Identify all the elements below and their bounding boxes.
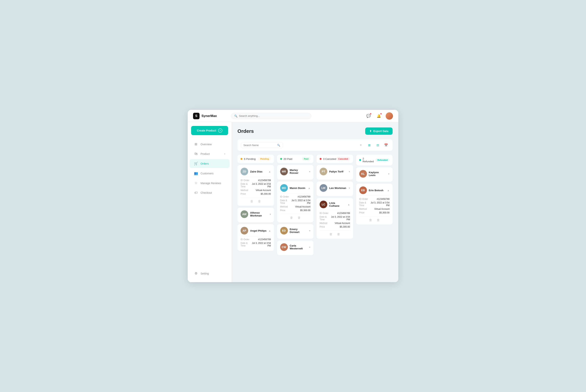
sidebar-item-customers[interactable]: 👥 Customers (190, 169, 230, 178)
reviews-icon: ☆ (194, 181, 198, 185)
search-icon: 🔍 (277, 144, 280, 146)
delete-button-erin-botosh[interactable]: 🗑 (377, 218, 380, 222)
order-card-header-emery-dorwart: ED Emery Dorwart ▾ (280, 227, 311, 234)
order-card-header-leo-workman: LW Leo Workman ▾ (320, 184, 350, 192)
method-value: Virtual Account (295, 206, 310, 208)
sidebar-item-overview-label: Overview (201, 143, 212, 146)
grid-view-button[interactable]: ⊞ (366, 142, 372, 148)
status-dot-pending (241, 158, 242, 160)
expand-button-livia-culhane[interactable]: ▲ (348, 203, 350, 206)
messages-button[interactable]: 💬 (365, 112, 372, 120)
date-time-row: Date & TimeJul 3, 2022 at 3:54 PM (320, 216, 350, 221)
method-label: Method (320, 222, 327, 224)
delete-button-livia-culhane[interactable]: 🗑 (337, 232, 340, 236)
id-order-value: #123456789 (337, 212, 350, 214)
price-label: Price (241, 192, 246, 195)
order-name-leo-workman: Leo Workman (329, 186, 347, 190)
date-time-label: Date & Time (359, 201, 370, 207)
avatar-kaylynn-levin: KL (359, 170, 367, 178)
expand-button-maren-donin[interactable]: ▲ (308, 186, 310, 190)
avatar-angel-philips: AP (241, 227, 248, 234)
delete-button-zaire-dias[interactable]: 🗑 (258, 200, 261, 203)
expand-button-erin-botosh[interactable]: ▲ (387, 189, 389, 192)
price-value: $5,300.00 (340, 226, 350, 228)
logo-text: SynerMax (202, 114, 217, 118)
search-icon: 🔍 (234, 114, 237, 118)
avatar-image (386, 112, 393, 120)
edit-button-livia-culhane[interactable]: 🗑 (329, 232, 332, 236)
order-card-paityn-torff: PT Paityn Torff ▾ (317, 165, 353, 180)
method-row: MethodVirtual Account (280, 206, 311, 208)
order-card-emery-dorwart: ED Emery Dorwart ▾ (277, 224, 314, 239)
status-pill-canceled: Canceled (336, 157, 350, 160)
date-time-row: Date & TimeJul 3, 2022 at 3:54 PM (359, 201, 390, 207)
order-card-marley-rosser: MR Marley Rosser ▾ (277, 165, 314, 180)
column-header-refunded: 2 Refunded Refunded (356, 155, 393, 166)
status-dot-paid (280, 158, 282, 160)
date-time-value: Jul 3, 2022 at 3:54 PM (370, 201, 389, 207)
export-data-button[interactable]: ⬆ Export Data (365, 128, 393, 135)
orders-toolbar: 🔍 ≡ ⊞ ⊟ 📅 (237, 139, 393, 151)
date-time-row: Date & TimeJul 3, 2022 at 3:54 PM (280, 199, 311, 204)
order-card-angel-philips: AP Angel Philips ▲ ID Order#123456789Dat… (237, 224, 274, 251)
column-count-pending: 6 Pending (244, 158, 256, 160)
expand-button-angel-philips[interactable]: ▲ (268, 229, 271, 232)
search-name-input[interactable] (243, 144, 276, 146)
order-name-maren-donin: Maren Donin (290, 186, 306, 190)
order-card-header-alfonso-workman: AW Alfonso Workman ▾ (241, 210, 271, 218)
calendar-view-button[interactable]: 📅 (383, 142, 389, 148)
sidebar-item-product[interactable]: 🛍 Product ▾ (190, 150, 230, 158)
edit-button-maren-donin[interactable]: 🗑 (290, 216, 293, 220)
date-time-row: Date & TimeJul 3, 2022 at 3:54 PM (241, 242, 271, 247)
price-row: Price$5,300.00 (320, 226, 350, 228)
expand-button-carla-westervelt[interactable]: ▾ (309, 246, 310, 249)
expand-button-alfonso-workman[interactable]: ▾ (270, 213, 271, 216)
logo-icon: S (193, 113, 200, 119)
expand-button-kaylynn-levin[interactable]: ▾ (388, 172, 389, 175)
avatar-alfonso-workman: AW (241, 210, 248, 218)
avatar-paityn-torff: PT (320, 168, 327, 175)
edit-button-erin-botosh[interactable]: 🗑 (369, 218, 372, 222)
column-header-canceled: 3 Canceled Canceled (317, 155, 353, 163)
order-name-kaylynn-levin: Kaylynn Levin (369, 171, 386, 177)
method-label: Method (280, 206, 288, 208)
global-search-bar[interactable]: 🔍 (231, 113, 311, 119)
expand-button-emery-dorwart[interactable]: ▾ (309, 229, 310, 232)
page-title: Orders (237, 128, 254, 134)
user-avatar[interactable] (386, 112, 393, 120)
id-order-row: ID Order#123456789 (280, 196, 311, 198)
id-order-label: ID Order (280, 196, 289, 198)
status-pill-refunded: Refunded (376, 158, 389, 162)
edit-button-zaire-dias[interactable]: 🗑 (250, 200, 253, 203)
status-pill-pending: Pending (258, 157, 271, 160)
expand-button-zaire-dias[interactable]: ▲ (268, 170, 271, 173)
sidebar-item-orders[interactable]: 🛒 Orders (190, 159, 230, 168)
order-card-kaylynn-levin: KL Kaylynn Levin ▾ (356, 167, 393, 182)
orders-search[interactable]: 🔍 (241, 142, 283, 148)
id-order-row: ID Order#123456789 (241, 179, 271, 182)
app-window: S SynerMax 🔍 💬 🔔 Create Product (188, 110, 398, 282)
column-count-canceled: 3 Canceled (323, 158, 336, 160)
global-search-input[interactable] (239, 114, 308, 117)
price-row: Price$5,300.00 (280, 209, 311, 212)
sidebar-item-overview[interactable]: ⊞ Overview (190, 140, 230, 149)
delete-button-maren-donin[interactable]: 🗑 (298, 216, 301, 220)
sidebar-item-manage-reviews[interactable]: ☆ Manage Reviews (190, 178, 230, 188)
column-header-paid: 20 Paid Paid (277, 155, 314, 163)
id-order-value: #123456789 (377, 198, 389, 200)
expand-button-paityn-torff[interactable]: ▾ (349, 170, 350, 173)
create-product-button[interactable]: Create Product + (191, 126, 228, 135)
expand-button-leo-workman[interactable]: ▾ (349, 186, 350, 190)
product-icon: 🛍 (194, 152, 198, 156)
sidebar-bottom: ⚙ Setting (188, 268, 232, 278)
sidebar-item-setting[interactable]: ⚙ Setting (190, 269, 230, 278)
customers-icon: 👥 (194, 171, 198, 175)
sidebar-item-checkout[interactable]: 🏷 Checkout (190, 188, 230, 197)
list-view-button[interactable]: ≡ (358, 142, 364, 148)
date-time-row: Date & TimeJul 3, 2022 at 3:54 PM (241, 182, 271, 188)
table-view-button[interactable]: ⊟ (375, 142, 381, 148)
notifications-button[interactable]: 🔔 (375, 112, 382, 120)
price-row: Price$5,300.00 (241, 192, 271, 195)
expand-button-marley-rosser[interactable]: ▾ (309, 170, 310, 173)
avatar-emery-dorwart: ED (280, 227, 288, 234)
